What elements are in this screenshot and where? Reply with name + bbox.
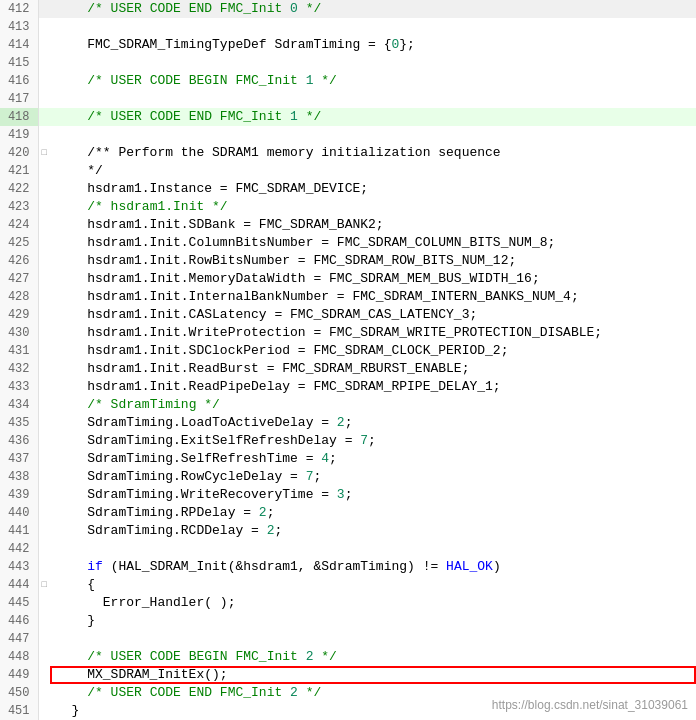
code-line: hsdram1.Init.SDBank = FMC_SDRAM_BANK2; (50, 216, 696, 234)
code-line: SdramTiming.RPDelay = 2; (50, 504, 696, 522)
fold-indicator (38, 612, 50, 630)
table-row: 435 SdramTiming.LoadToActiveDelay = 2; (0, 414, 696, 432)
code-line (50, 126, 696, 144)
fold-indicator (38, 288, 50, 306)
code-table: 412 /* USER CODE END FMC_Init 0 */413 41… (0, 0, 696, 720)
fold-indicator (38, 180, 50, 198)
fold-icon[interactable]: □ (42, 148, 47, 158)
fold-icon[interactable]: □ (42, 580, 47, 590)
code-line: hsdram1.Init.WriteProtection = FMC_SDRAM… (50, 324, 696, 342)
fold-indicator[interactable]: □ (38, 576, 50, 594)
code-line: SdramTiming.RCDDelay = 2; (50, 522, 696, 540)
table-row: 412 /* USER CODE END FMC_Init 0 */ (0, 0, 696, 18)
table-row: 442 (0, 540, 696, 558)
fold-indicator (38, 648, 50, 666)
table-row: 423 /* hsdram1.Init */ (0, 198, 696, 216)
table-row: 440 SdramTiming.RPDelay = 2; (0, 504, 696, 522)
code-line (50, 540, 696, 558)
table-row: 443 if (HAL_SDRAM_Init(&hsdram1, &SdramT… (0, 558, 696, 576)
code-line (50, 630, 696, 648)
line-number: 430 (0, 324, 38, 342)
table-row: 427 hsdram1.Init.MemoryDataWidth = FMC_S… (0, 270, 696, 288)
code-line: hsdram1.Instance = FMC_SDRAM_DEVICE; (50, 180, 696, 198)
fold-indicator (38, 702, 50, 720)
fold-indicator (38, 594, 50, 612)
line-number: 433 (0, 378, 38, 396)
fold-indicator (38, 234, 50, 252)
fold-indicator[interactable]: □ (38, 144, 50, 162)
line-number: 427 (0, 270, 38, 288)
fold-indicator (38, 558, 50, 576)
fold-indicator (38, 324, 50, 342)
code-line: /* USER CODE BEGIN FMC_Init 1 */ (50, 72, 696, 90)
fold-indicator (38, 396, 50, 414)
line-number: 450 (0, 684, 38, 702)
code-line: /* hsdram1.Init */ (50, 198, 696, 216)
table-row: 437 SdramTiming.SelfRefreshTime = 4; (0, 450, 696, 468)
table-row: 432 hsdram1.Init.ReadBurst = FMC_SDRAM_R… (0, 360, 696, 378)
table-row: 434 /* SdramTiming */ (0, 396, 696, 414)
line-number: 445 (0, 594, 38, 612)
table-row: 426 hsdram1.Init.RowBitsNumber = FMC_SDR… (0, 252, 696, 270)
code-line (50, 18, 696, 36)
table-row: 419 (0, 126, 696, 144)
table-row: 422 hsdram1.Instance = FMC_SDRAM_DEVICE; (0, 180, 696, 198)
line-number: 420 (0, 144, 38, 162)
line-number: 417 (0, 90, 38, 108)
table-row: 433 hsdram1.Init.ReadPipeDelay = FMC_SDR… (0, 378, 696, 396)
fold-indicator (38, 306, 50, 324)
code-line: /* USER CODE END FMC_Init 2 */ (50, 684, 696, 702)
line-number: 421 (0, 162, 38, 180)
fold-indicator (38, 72, 50, 90)
table-row: 439 SdramTiming.WriteRecoveryTime = 3; (0, 486, 696, 504)
line-number: 441 (0, 522, 38, 540)
line-number: 419 (0, 126, 38, 144)
line-number: 423 (0, 198, 38, 216)
table-row: 429 hsdram1.Init.CASLatency = FMC_SDRAM_… (0, 306, 696, 324)
code-line: /* USER CODE BEGIN FMC_Init 2 */ (50, 648, 696, 666)
code-line: /* SdramTiming */ (50, 396, 696, 414)
line-number: 426 (0, 252, 38, 270)
table-row: 424 hsdram1.Init.SDBank = FMC_SDRAM_BANK… (0, 216, 696, 234)
table-row: 444□ { (0, 576, 696, 594)
table-row: 448 /* USER CODE BEGIN FMC_Init 2 */ (0, 648, 696, 666)
code-editor: 412 /* USER CODE END FMC_Init 0 */413 41… (0, 0, 696, 720)
table-row: 430 hsdram1.Init.WriteProtection = FMC_S… (0, 324, 696, 342)
line-number: 436 (0, 432, 38, 450)
line-number: 424 (0, 216, 38, 234)
fold-indicator (38, 486, 50, 504)
fold-indicator (38, 450, 50, 468)
line-number: 449 (0, 666, 38, 684)
code-line: hsdram1.Init.RowBitsNumber = FMC_SDRAM_R… (50, 252, 696, 270)
table-row: 450 /* USER CODE END FMC_Init 2 */ (0, 684, 696, 702)
line-number: 435 (0, 414, 38, 432)
code-line: SdramTiming.RowCycleDelay = 7; (50, 468, 696, 486)
code-line: if (HAL_SDRAM_Init(&hsdram1, &SdramTimin… (50, 558, 696, 576)
code-line: hsdram1.Init.ReadBurst = FMC_SDRAM_RBURS… (50, 360, 696, 378)
fold-indicator (38, 504, 50, 522)
fold-indicator (38, 36, 50, 54)
table-row: 414 FMC_SDRAM_TimingTypeDef SdramTiming … (0, 36, 696, 54)
line-number: 440 (0, 504, 38, 522)
fold-indicator (38, 360, 50, 378)
fold-indicator (38, 108, 50, 126)
table-row: 446 } (0, 612, 696, 630)
code-line: SdramTiming.LoadToActiveDelay = 2; (50, 414, 696, 432)
fold-indicator (38, 378, 50, 396)
code-line: } (50, 702, 696, 720)
line-number: 428 (0, 288, 38, 306)
table-row: 416 /* USER CODE BEGIN FMC_Init 1 */ (0, 72, 696, 90)
code-line: hsdram1.Init.MemoryDataWidth = FMC_SDRAM… (50, 270, 696, 288)
code-line: /** Perform the SDRAM1 memory initializa… (50, 144, 696, 162)
fold-indicator (38, 0, 50, 18)
code-line: { (50, 576, 696, 594)
line-number: 425 (0, 234, 38, 252)
table-row: 438 SdramTiming.RowCycleDelay = 7; (0, 468, 696, 486)
fold-indicator (38, 162, 50, 180)
table-row: 445 Error_Handler( ); (0, 594, 696, 612)
fold-indicator (38, 90, 50, 108)
line-number: 437 (0, 450, 38, 468)
code-line: hsdram1.Init.ColumnBitsNumber = FMC_SDRA… (50, 234, 696, 252)
table-row: 418 /* USER CODE END FMC_Init 1 */ (0, 108, 696, 126)
table-row: 413 (0, 18, 696, 36)
